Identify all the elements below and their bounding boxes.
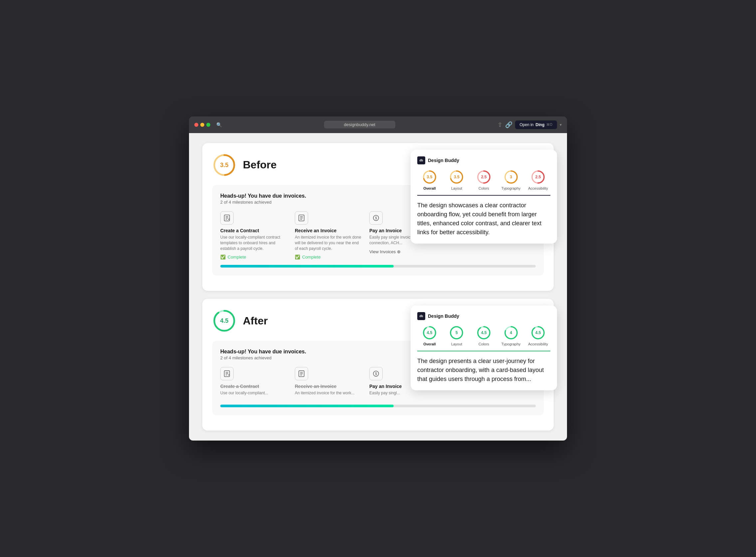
after-contract-icon	[220, 367, 234, 380]
buddy-label-accessibility: Accessibility	[528, 186, 548, 190]
share-icon[interactable]: ⇧	[497, 121, 502, 128]
buddy-score-overall[interactable]: 3.5 Overall	[417, 170, 442, 190]
before-progress-fill	[220, 265, 394, 267]
chevron-down-icon[interactable]: ▾	[560, 122, 562, 127]
before-buddy-panel: db Design Buddy 3.5	[411, 150, 557, 243]
before-milestone-item-1: Create a Contract Use our locally-compli…	[220, 211, 287, 260]
buddy-label-typography: Typography	[501, 186, 520, 190]
after-buddy-label-overall: Overall	[423, 342, 436, 346]
close-button[interactable]	[194, 123, 198, 127]
browser-content: 3.5 Before Heads-up! You have due invoic…	[189, 133, 567, 441]
before-m3-status[interactable]: View Invoices ⊕	[369, 249, 436, 254]
open-in-button[interactable]: Open in Ding ⌘O	[515, 120, 557, 129]
buddy-score-typography[interactable]: 3 Typography	[499, 170, 523, 190]
before-milestone-item-2: Receive an Invoice An itemized invoice f…	[295, 211, 361, 260]
before-progress-bar	[220, 265, 536, 267]
contract-icon	[220, 211, 234, 225]
browser-window: 🔍 designbuddy.net ⇧ 🔗 Open in Ding ⌘O ▾	[189, 116, 567, 441]
after-buddy-circle-colors: 4.5	[476, 325, 491, 340]
buddy-circle-overall: 3.5	[422, 170, 437, 184]
before-m2-name: Receive an Invoice	[295, 228, 361, 233]
buddy-circle-typography: 3	[504, 170, 518, 184]
open-in-label: Open in	[520, 122, 534, 127]
after-pay-icon: $	[369, 367, 383, 380]
browser-titlebar: 🔍 designbuddy.net ⇧ 🔗 Open in Ding ⌘O ▾	[189, 116, 567, 133]
buddy-score-colors[interactable]: 2.5 Colors	[471, 170, 496, 190]
after-buddy-score-overall[interactable]: 4.5 Overall	[417, 325, 442, 346]
before-score-circle: 3.5	[212, 153, 236, 177]
open-in-shortcut: ⌘O	[546, 123, 552, 126]
before-m1-desc: Use our locally-compliant contract templ…	[220, 235, 287, 251]
invoice-icon	[295, 211, 308, 225]
after-buddy-circle-layout: 5	[449, 325, 464, 340]
after-buddy-name: Design Buddy	[428, 314, 459, 319]
before-buddy-scores: 3.5 Overall 3.5	[417, 170, 550, 196]
after-m1-desc: Use our locally-compliant...	[220, 390, 287, 396]
page-wrapper: 3.5 Before Heads-up! You have due invoic…	[202, 143, 554, 431]
buddy-label-colors: Colors	[478, 186, 489, 190]
link-icon[interactable]: 🔗	[505, 121, 513, 128]
before-m2-desc: An itemized invoice for the work done wi…	[295, 235, 361, 251]
after-buddy-score-layout[interactable]: 5 Layout	[444, 325, 469, 346]
pay-icon: $	[369, 211, 383, 225]
after-score-text: 4.5	[220, 317, 228, 324]
traffic-lights	[194, 123, 210, 127]
before-score-text: 3.5	[220, 162, 228, 168]
after-buddy-label-colors: Colors	[478, 342, 489, 346]
after-buddy-description: The design presents a clear user-journey…	[417, 357, 550, 384]
after-buddy-score-typography[interactable]: 4 Typography	[499, 325, 523, 346]
before-m1-name: Create a Contract	[220, 228, 287, 233]
after-buddy-score-accessibility[interactable]: 4.5 Accessibility	[526, 325, 550, 346]
url-display[interactable]: designbuddy.net	[324, 121, 395, 128]
after-buddy-circle-accessibility: 4.5	[531, 325, 545, 340]
after-m2-desc: An itemized invoice for the work...	[295, 390, 361, 396]
check-circle-icon: ✅	[220, 255, 226, 260]
after-milestone-item-1: Create a Contract Use our locally-compli…	[220, 367, 287, 399]
after-buddy-logo: db	[417, 312, 425, 320]
after-invoice-icon	[295, 367, 308, 380]
buddy-circle-colors: 2.5	[476, 170, 491, 184]
buddy-circle-layout: 3.5	[449, 170, 464, 184]
minimize-button[interactable]	[200, 123, 204, 127]
before-m2-status: ✅ Complete	[295, 255, 361, 260]
buddy-label-layout: Layout	[451, 186, 462, 190]
open-in-brand: Ding	[536, 122, 545, 127]
external-link-icon: ⊕	[397, 249, 401, 254]
before-buddy-header: db Design Buddy	[417, 156, 550, 165]
after-title: After	[243, 315, 268, 327]
svg-text:$: $	[375, 216, 377, 220]
buddy-score-layout[interactable]: 3.5 Layout	[444, 170, 469, 190]
search-icon[interactable]: 🔍	[216, 122, 222, 127]
after-progress-bar	[220, 405, 536, 407]
after-milestone-item-2: Receive an Invoice An itemized invoice f…	[295, 367, 361, 399]
after-buddy-label-typography: Typography	[501, 342, 520, 346]
buddy-label-overall: Overall	[423, 186, 436, 190]
after-section: 4.5 After Heads-up! You have due invoice…	[202, 299, 554, 431]
buddy-logo: db	[417, 156, 425, 165]
check-circle-icon-2: ✅	[295, 255, 300, 260]
after-buddy-circle-overall: 4.5	[422, 325, 437, 340]
before-section: 3.5 Before Heads-up! You have due invoic…	[202, 143, 554, 291]
after-buddy-label-layout: Layout	[451, 342, 462, 346]
after-m1-name: Create a Contract	[220, 384, 287, 389]
after-buddy-label-accessibility: Accessibility	[528, 342, 548, 346]
after-buddy-panel: db Design Buddy 4.5	[411, 305, 557, 390]
buddy-circle-accessibility: 2.5	[531, 170, 545, 184]
svg-text:$: $	[375, 372, 377, 376]
after-m3-desc: Easily pay singl...	[369, 390, 436, 396]
before-m1-status: ✅ Complete	[220, 255, 287, 260]
after-buddy-score-colors[interactable]: 4.5 Colors	[471, 325, 496, 346]
after-buddy-scores: 4.5 Overall 5	[417, 325, 550, 351]
after-progress-fill	[220, 405, 394, 407]
address-bar: designbuddy.net	[226, 121, 493, 128]
after-buddy-header: db Design Buddy	[417, 312, 550, 320]
after-buddy-circle-typography: 4	[504, 325, 518, 340]
buddy-name: Design Buddy	[428, 158, 459, 163]
before-buddy-description: The design showcases a clear contractor …	[417, 201, 550, 237]
buddy-score-accessibility[interactable]: 2.5 Accessibility	[526, 170, 550, 190]
maximize-button[interactable]	[206, 123, 210, 127]
after-m2-name: Receive an Invoice	[295, 384, 361, 389]
before-title: Before	[243, 159, 277, 171]
browser-actions: ⇧ 🔗 Open in Ding ⌘O ▾	[497, 120, 562, 129]
after-score-circle: 4.5	[212, 309, 236, 333]
